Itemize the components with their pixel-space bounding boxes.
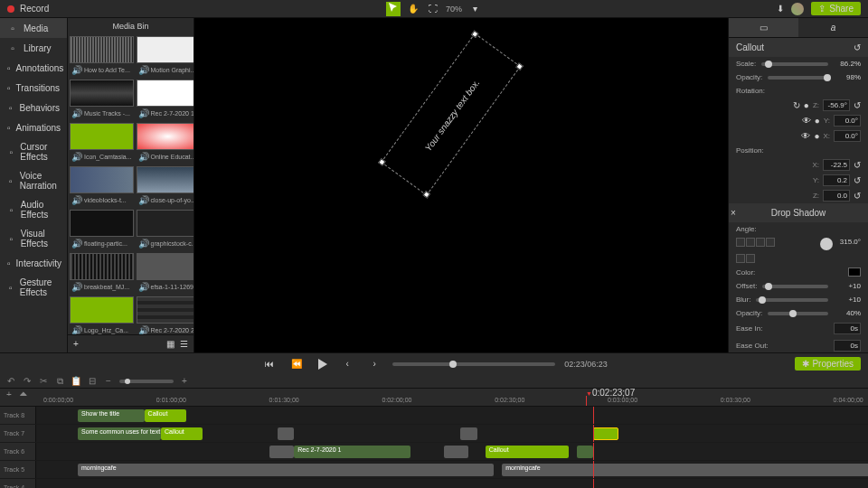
- blur-slider[interactable]: [756, 298, 828, 302]
- angle-value[interactable]: 315.0°: [834, 238, 861, 250]
- track-content[interactable]: [36, 479, 868, 488]
- undo-icon[interactable]: ↶: [5, 376, 16, 387]
- rail-item-audio-effects[interactable]: ▫Audio Effects: [0, 195, 67, 224]
- track-label[interactable]: Track 6: [0, 443, 36, 460]
- clip-callout[interactable]: Callout: [161, 427, 203, 440]
- pointer-tool-icon[interactable]: [386, 2, 401, 16]
- media-item[interactable]: 🔊graphicstock-c...: [137, 210, 193, 250]
- clip-audio[interactable]: morningcafe: [502, 464, 868, 476]
- blur-value[interactable]: +10: [834, 296, 861, 304]
- grid-view-icon[interactable]: ▦: [166, 339, 175, 349]
- timeline-zoom-slider[interactable]: [119, 380, 174, 383]
- media-item[interactable]: 🔊efsa-1-11-1269: [137, 253, 193, 294]
- clip-video[interactable]: Show the title: [78, 409, 145, 422]
- clip-video[interactable]: Some common uses for text in video: [78, 427, 161, 440]
- reset-z-icon[interactable]: ↺: [854, 100, 861, 110]
- split-icon[interactable]: ⊟: [87, 376, 98, 387]
- eye-x-icon[interactable]: 👁: [801, 131, 810, 141]
- shadow-opacity-slider[interactable]: [768, 312, 828, 315]
- scrubber-thumb[interactable]: [449, 361, 457, 368]
- rotation-y-input[interactable]: [834, 115, 861, 127]
- rail-item-interactivity[interactable]: ▫Interactivity: [0, 253, 67, 273]
- scrubber[interactable]: [392, 362, 555, 366]
- position-y-input[interactable]: [823, 174, 850, 186]
- offset-value[interactable]: +10: [834, 282, 861, 290]
- rail-item-behaviors[interactable]: ▫Behaviors: [0, 98, 67, 117]
- rotate-cw-icon[interactable]: ↻: [793, 100, 800, 110]
- text-callout-object[interactable]: Your snazzy text box.: [381, 33, 521, 195]
- track-label[interactable]: Track 5: [0, 461, 36, 478]
- media-item[interactable]: 🔊Icon_Camtasia...: [70, 123, 134, 164]
- clip-video[interactable]: [577, 446, 593, 458]
- angle-presets[interactable]: 315.0°: [729, 236, 868, 252]
- play-button[interactable]: [315, 357, 329, 371]
- angle-dial-icon[interactable]: [820, 238, 833, 250]
- paste-icon[interactable]: 📋: [71, 376, 81, 387]
- close-shadow-icon[interactable]: ×: [731, 208, 736, 218]
- track-content[interactable]: Rec 2-7-2020 1Callout: [36, 443, 868, 460]
- easein-input[interactable]: [834, 323, 861, 334]
- easeout-input[interactable]: [834, 340, 861, 352]
- zoom-in-icon[interactable]: +: [179, 376, 190, 387]
- resize-handle[interactable]: [378, 158, 385, 165]
- clip-callout[interactable]: Callout: [145, 409, 186, 422]
- properties-button[interactable]: ✱Properties: [795, 357, 861, 371]
- callout-text[interactable]: Your snazzy text box.: [423, 78, 482, 153]
- resize-handle[interactable]: [423, 191, 430, 198]
- record-button[interactable]: Record: [20, 4, 49, 14]
- rail-item-animations[interactable]: ▫Animations: [0, 117, 67, 137]
- clip-audio[interactable]: [278, 427, 294, 440]
- media-item[interactable]: 🔊Logo_Hrz_Ca...: [70, 296, 134, 334]
- tab-text[interactable]: a: [798, 18, 868, 37]
- clip-video[interactable]: Rec 2-7-2020 1: [294, 446, 410, 458]
- rotation-z-input[interactable]: [823, 99, 850, 111]
- track-label[interactable]: Track 4: [0, 479, 36, 488]
- reset-icon[interactable]: ↺: [854, 42, 861, 52]
- rail-item-gesture-effects[interactable]: ▫Gesture Effects: [0, 273, 67, 302]
- media-item[interactable]: 🔊Rec 2-7-2020 2: [137, 296, 193, 334]
- rail-item-cursor-effects[interactable]: ▫Cursor Effects: [0, 137, 67, 166]
- position-z-input[interactable]: [823, 190, 850, 202]
- prev-frame-button[interactable]: ‹: [338, 355, 356, 373]
- zoom-level[interactable]: 70%: [446, 5, 462, 14]
- zoom-dropdown-icon[interactable]: ▾: [467, 2, 482, 16]
- media-item[interactable]: 🔊Music Tracks -...: [70, 80, 134, 120]
- copy-icon[interactable]: ⧉: [54, 376, 65, 387]
- shadow-color-swatch[interactable]: [848, 267, 861, 277]
- track-content[interactable]: morningcafemorningcafe: [36, 461, 868, 478]
- rail-item-voice-narration[interactable]: ▫Voice Narration: [0, 166, 67, 195]
- media-item[interactable]: 🔊breakbeat_MJ...: [70, 253, 134, 294]
- clip-audio[interactable]: [269, 446, 295, 458]
- canvas[interactable]: Your snazzy text box.: [194, 18, 728, 352]
- playhead-marker[interactable]: ▼0:02:23;07: [586, 388, 635, 398]
- media-item[interactable]: 🔊close-up-of-yo...: [137, 166, 193, 207]
- opacity-value[interactable]: 98%: [834, 73, 861, 81]
- zoom-out-icon[interactable]: −: [103, 376, 114, 387]
- clip-audio[interactable]: [460, 427, 476, 440]
- opacity-slider[interactable]: [768, 76, 828, 80]
- media-item[interactable]: 🔊How to Add Te...: [70, 36, 134, 77]
- media-item[interactable]: 🔊Motion Graphi...: [137, 36, 193, 77]
- rotation-x-input[interactable]: [834, 130, 861, 142]
- scale-slider[interactable]: [761, 62, 828, 66]
- user-avatar[interactable]: [791, 3, 804, 15]
- clip-audio[interactable]: morningcafe: [78, 464, 494, 476]
- media-item[interactable]: 🔊videoblocks-t...: [70, 166, 134, 207]
- position-x-input[interactable]: [823, 159, 850, 171]
- next-frame-button[interactable]: ›: [365, 355, 383, 373]
- hand-tool-icon[interactable]: ✋: [406, 2, 420, 16]
- media-item[interactable]: 🔊Online Educat...: [137, 123, 193, 164]
- offset-slider[interactable]: [762, 285, 828, 288]
- track-content[interactable]: Some common uses for text in videoCallou…: [36, 425, 868, 442]
- track-label[interactable]: Track 8: [0, 407, 36, 424]
- rail-item-visual-effects[interactable]: ▫Visual Effects: [0, 224, 67, 253]
- share-button[interactable]: ⇪Share: [811, 2, 861, 15]
- crop-tool-icon[interactable]: ⛶: [426, 2, 440, 16]
- media-item[interactable]: 🔊Rec 2-7-2020 1: [137, 80, 193, 120]
- clip-callout[interactable]: [593, 427, 618, 440]
- track-label[interactable]: Track 7: [0, 425, 36, 442]
- rail-item-library[interactable]: ▫Library: [0, 38, 67, 58]
- shadow-opacity-value[interactable]: 40%: [834, 309, 861, 317]
- step-back-button[interactable]: ⏪: [288, 355, 306, 373]
- resize-handle[interactable]: [515, 62, 523, 70]
